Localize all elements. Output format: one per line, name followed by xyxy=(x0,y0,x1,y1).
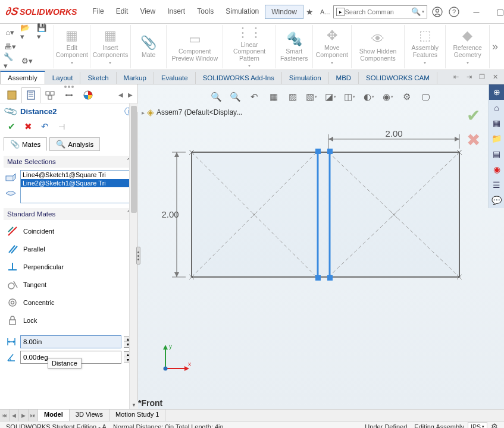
selection-row[interactable]: Line4@Sketch1@Square Tri xyxy=(21,171,133,179)
home-icon[interactable]: ⌂ xyxy=(489,100,504,115)
distance-input[interactable] xyxy=(20,335,121,348)
help-icon[interactable]: ? xyxy=(447,5,461,18)
scene-icon[interactable]: ◐ xyxy=(360,89,378,105)
mate-parallel[interactable]: Parallel xyxy=(4,240,134,258)
tab-markup[interactable]: Markup xyxy=(117,72,154,84)
open-icon[interactable]: 📂▾ xyxy=(20,26,33,39)
rg-move-component[interactable]: ✥Move Component xyxy=(313,25,352,68)
search-icon[interactable]: 🔍 xyxy=(411,7,421,16)
breadcrumb-text[interactable]: Assem7 (Default<Display... xyxy=(156,108,242,117)
accept-button[interactable]: ✔ xyxy=(5,121,18,133)
analysis-tab[interactable]: 🔍Analysis xyxy=(49,137,100,151)
selection-list[interactable]: Line4@Sketch1@Square Tri Line2@Sketch1@S… xyxy=(20,170,134,203)
rg-show-hidden[interactable]: 👁Show Hidden Components xyxy=(352,25,405,68)
forum-icon[interactable]: 💬 xyxy=(489,193,504,208)
btab-first-icon[interactable]: ⏮ xyxy=(0,410,10,421)
mates-tab[interactable]: 📎Mates xyxy=(4,137,47,151)
rg-reference-geometry[interactable]: ◆Reference Geometry xyxy=(446,25,490,68)
graphics-canvas[interactable]: 🔍 🔍 ↶ ▦ ▨ ▧ ◪ ◫ ◐ ◉ ⚙ 🖵 ▸ ◈ Assem7 (Defa… xyxy=(138,84,504,409)
render-icon[interactable]: ◉ xyxy=(379,89,397,105)
ribbon-expand-icon[interactable]: » xyxy=(490,25,500,68)
view-triad[interactable]: y x xyxy=(156,342,192,379)
rg-smart-fasteners[interactable]: 🔩Smart Fasteners xyxy=(276,25,313,68)
dynamic-view-icon[interactable]: ▨ xyxy=(284,89,302,105)
user-icon[interactable] xyxy=(431,5,444,18)
zoom-area-icon[interactable]: 🔍 xyxy=(227,89,245,105)
canvas-accept-icon[interactable]: ✔ xyxy=(467,106,480,125)
file-explorer-icon[interactable]: 📁 xyxy=(489,131,504,146)
btab-last-icon[interactable]: ⏭ xyxy=(29,410,38,421)
view-cube-icon[interactable]: ◫ xyxy=(341,89,359,105)
menu-simulation[interactable]: Simulation xyxy=(220,5,265,19)
prev-view-icon[interactable]: ↶ xyxy=(246,89,264,105)
mate-concentric[interactable]: Concentric xyxy=(4,294,134,311)
menu-edit[interactable]: Edit xyxy=(110,5,134,19)
property-manager-tab-icon[interactable] xyxy=(21,87,40,103)
viewport-icon[interactable]: 🖵 xyxy=(417,89,435,105)
home-icon[interactable]: ⌂▾ xyxy=(4,26,17,39)
scroll-down-icon[interactable]: ▼ xyxy=(130,401,138,409)
nav-prev-icon[interactable]: ◀ xyxy=(116,89,126,102)
bottom-tab-model[interactable]: Model xyxy=(38,410,70,421)
props-icon[interactable]: ☰ xyxy=(489,177,504,193)
command-search[interactable]: ▸ 🔍 ▾ xyxy=(333,5,427,18)
nav-next-icon[interactable]: ▶ xyxy=(126,89,135,102)
zoom-fit-icon[interactable]: 🔍 xyxy=(208,89,226,105)
view-settings-icon[interactable]: ⚙ xyxy=(398,89,416,105)
display-style-icon[interactable]: ▧ xyxy=(303,89,321,105)
panel-drag-handle[interactable] xyxy=(54,84,84,88)
hide-show-icon[interactable]: ◪ xyxy=(322,89,340,105)
standard-header[interactable]: Standard Mates ˄ xyxy=(4,208,134,220)
splitter-handle[interactable] xyxy=(136,247,140,265)
breadcrumb-arrow-icon[interactable]: ▸ xyxy=(142,109,145,116)
rg-linear-pattern[interactable]: ⋮⋮Linear Component Pattern xyxy=(223,25,276,68)
selection-row[interactable]: Line2@Sketch1@Square Tri xyxy=(21,179,133,187)
menu-insert[interactable]: Insert xyxy=(161,5,191,19)
menu-view[interactable]: View xyxy=(134,5,161,19)
units-selector[interactable]: IPS▾ xyxy=(468,422,487,428)
rg-preview-window[interactable]: ▭Component Preview Window xyxy=(167,25,223,68)
panel-collapse-left-icon[interactable]: ⇤ xyxy=(450,73,461,82)
maximize-btn[interactable]: ▢ xyxy=(488,4,504,20)
star-icon[interactable]: ★ xyxy=(303,5,317,18)
feature-tree-tab-icon[interactable] xyxy=(2,87,21,103)
rg-assembly-features[interactable]: ⬚Assembly Features xyxy=(405,25,446,68)
btab-prev-icon[interactable]: ◀ xyxy=(10,410,19,421)
selections-header[interactable]: Mate Selections ˄ xyxy=(4,156,134,168)
undo-button[interactable]: ↶ xyxy=(38,121,51,133)
section-view-icon[interactable]: ▦ xyxy=(265,89,283,105)
panel-restore-icon[interactable]: ❐ xyxy=(477,73,487,82)
library-icon[interactable]: ▦ xyxy=(489,115,504,131)
bottom-tab-motion[interactable]: Motion Study 1 xyxy=(109,410,165,421)
menu-window[interactable]: Window xyxy=(265,5,303,19)
rg-mate[interactable]: 📎Mate xyxy=(131,25,167,68)
pin-button[interactable]: ⊣ xyxy=(55,121,68,133)
align-filter-icon[interactable] xyxy=(4,187,18,200)
mate-perpendicular[interactable]: Perpendicular xyxy=(4,258,134,276)
view-palette-icon[interactable]: ▤ xyxy=(489,146,504,162)
cancel-button[interactable]: ✖ xyxy=(21,121,35,133)
dimexpert-tab-icon[interactable] xyxy=(60,87,79,103)
status-gear-icon[interactable]: ⚙ xyxy=(487,422,502,428)
tab-mbd[interactable]: MBD xyxy=(329,72,359,84)
resources-icon[interactable]: ⊕ xyxy=(489,84,504,100)
config-manager-tab-icon[interactable] xyxy=(40,87,60,103)
mate-tangent[interactable]: Tangent xyxy=(4,276,134,294)
panel-collapse-right-icon[interactable]: ⇥ xyxy=(464,73,474,82)
rg-edit-component[interactable]: ▦Edit Component xyxy=(54,25,90,68)
panel-close-icon[interactable]: ✕ xyxy=(490,73,500,82)
tab-cam[interactable]: SOLIDWORKS CAM xyxy=(359,72,437,84)
menu-tools[interactable]: Tools xyxy=(191,5,220,19)
btab-next-icon[interactable]: ▶ xyxy=(19,410,29,421)
options-icon[interactable]: 🔧▾ xyxy=(4,55,17,68)
mate-coincident[interactable]: Coincident xyxy=(4,222,134,240)
entity-filter-icon[interactable] xyxy=(4,171,18,184)
tab-sketch[interactable]: Sketch xyxy=(80,72,116,84)
search-dd-icon[interactable]: ▾ xyxy=(422,9,424,14)
tab-evaluate[interactable]: Evaluate xyxy=(154,72,196,84)
tab-assembly[interactable]: Assembly xyxy=(0,71,45,84)
appearance-tab-icon[interactable] xyxy=(79,87,98,103)
minimize-btn[interactable]: ─ xyxy=(464,4,488,20)
menu-file[interactable]: File xyxy=(86,5,109,19)
search-input[interactable] xyxy=(345,8,410,15)
